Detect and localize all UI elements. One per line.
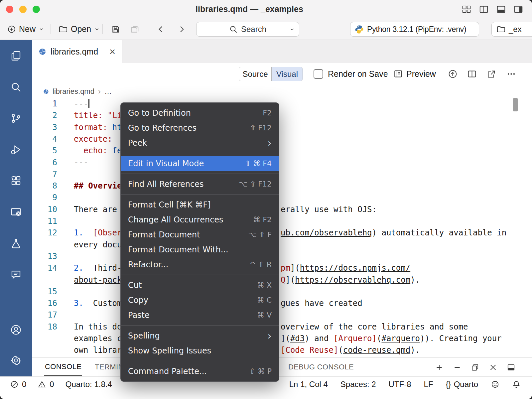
menu-separator xyxy=(121,174,279,174)
menu-item-find-all-references[interactable]: Find All References⌥ ⇧ F12 xyxy=(121,177,279,192)
menu-item-label: Find All References xyxy=(128,180,204,189)
more-actions-icon[interactable] xyxy=(506,69,516,79)
account-icon[interactable] xyxy=(0,324,32,335)
open-button[interactable]: Open xyxy=(59,19,100,40)
panel-right-icon[interactable] xyxy=(513,4,523,14)
settings-icon[interactable] xyxy=(0,355,32,366)
activity-bar xyxy=(0,40,32,376)
menu-item-command-palette[interactable]: Command Palette...⇧ ⌘ P xyxy=(121,364,279,379)
menu-item-label: Show Spelling Issues xyxy=(128,346,211,355)
source-control-icon[interactable] xyxy=(0,113,32,124)
code-line: ub.com/observablehq) automatically avail… xyxy=(281,227,506,239)
menu-item-go-to-references[interactable]: Go to References⇧ F12 xyxy=(121,120,279,135)
sessions-icon[interactable] xyxy=(0,206,32,218)
warnings-icon[interactable] xyxy=(38,380,46,389)
panel-minimize-icon[interactable] xyxy=(453,363,462,372)
visual-mode-button[interactable]: Visual xyxy=(271,67,303,81)
menu-item-edit-in-visual-mode[interactable]: Edit in Visual Mode⇧ ⌘ F4 xyxy=(121,156,279,171)
menu-item-go-to-definition[interactable]: Go to DefinitionF2 xyxy=(121,105,279,120)
split-editor-icon[interactable] xyxy=(467,69,477,79)
cursor-position[interactable]: Ln 1, Col 4 xyxy=(289,380,328,389)
quarto-file-icon xyxy=(43,89,49,94)
editor-toolbar: Source Visual Render on Save Preview xyxy=(32,63,532,85)
split-columns-icon[interactable] xyxy=(479,4,489,14)
panel-tab-console[interactable]: CONSOLE xyxy=(44,358,82,376)
preview-icon[interactable] xyxy=(393,69,403,79)
navigate-forward-button[interactable] xyxy=(177,19,186,40)
indentation[interactable]: Spaces: 2 xyxy=(340,380,376,389)
menu-item-paste[interactable]: Paste⌘ V xyxy=(121,308,279,323)
menu-item-label: Change All Occurrences xyxy=(128,215,223,224)
menu-item-format-cell-k-f[interactable]: Format Cell [⌘K ⌘F] xyxy=(121,197,279,212)
line-number: 1 xyxy=(32,98,57,110)
menu-item-format-document[interactable]: Format Document⌥ ⇧ F xyxy=(121,227,279,242)
minimize-window-button[interactable] xyxy=(19,6,27,13)
menu-separator xyxy=(121,153,279,153)
language-mode[interactable]: {}Quarto xyxy=(446,380,478,389)
source-mode-button[interactable]: Source xyxy=(239,67,271,81)
menu-item-show-spelling-issues[interactable]: Show Spelling Issues xyxy=(121,343,279,358)
code-editor[interactable]: 123456789101112131415161718 ---title: "L… xyxy=(32,98,532,357)
testing-icon[interactable] xyxy=(0,238,32,249)
line-number: 3 xyxy=(32,122,57,133)
menu-item-format-document-with[interactable]: Format Document With... xyxy=(121,242,279,257)
notifications-bell-icon[interactable] xyxy=(512,380,521,389)
menu-separator xyxy=(121,194,279,195)
menu-item-spelling[interactable]: Spelling› xyxy=(121,328,279,343)
eol-sequence[interactable]: LF xyxy=(424,380,433,389)
menu-item-peek[interactable]: Peek› xyxy=(121,135,279,150)
menu-item-label: Copy xyxy=(128,296,148,305)
explorer-icon[interactable] xyxy=(0,50,32,62)
error-count[interactable]: 0 xyxy=(22,380,26,389)
publish-icon[interactable] xyxy=(448,69,458,79)
quarto-version[interactable]: Quarto: 1.8.4 xyxy=(66,380,112,389)
menu-item-label: Edit in Visual Mode xyxy=(128,159,204,168)
activity-bar-top xyxy=(0,50,32,280)
warning-count[interactable]: 0 xyxy=(50,380,54,389)
close-tab-icon[interactable]: × xyxy=(109,47,115,57)
panel-tab-debug-console[interactable]: DEBUG CONSOLE xyxy=(288,358,354,376)
run-debug-icon[interactable] xyxy=(0,144,32,155)
interpreter-label: Python 3.12.1 (PipEnv: .venv) xyxy=(367,25,466,34)
panel-layout-icon[interactable] xyxy=(507,363,515,372)
breadcrumb-more[interactable]: … xyxy=(104,87,112,96)
menu-item-cut[interactable]: Cut⌘ X xyxy=(121,278,279,293)
line-number: 17 xyxy=(32,309,57,321)
breadcrumb-file[interactable]: libraries.qmd xyxy=(53,87,94,96)
panel-close-icon[interactable] xyxy=(489,363,497,372)
layout-grid-icon[interactable] xyxy=(462,4,471,14)
search-icon[interactable] xyxy=(0,81,32,93)
menu-separator xyxy=(121,325,279,326)
chat-icon[interactable] xyxy=(0,269,32,280)
zoom-window-button[interactable] xyxy=(33,6,40,13)
navigate-back-button[interactable] xyxy=(156,19,166,40)
close-window-button[interactable] xyxy=(6,6,13,13)
menu-shortcut: ⇧ F12 xyxy=(250,124,272,132)
panel-restore-icon[interactable] xyxy=(471,363,479,372)
render-on-save-checkbox[interactable] xyxy=(314,69,323,79)
interpreter-selector[interactable]: Python 3.12.1 (PipEnv: .venv) xyxy=(350,22,479,37)
extensions-icon[interactable] xyxy=(0,175,32,187)
line-number: 10 xyxy=(32,204,57,215)
tab-libraries-qmd[interactable]: libraries.qmd × xyxy=(32,40,122,63)
open-external-icon[interactable] xyxy=(486,69,496,79)
menu-item-refactor[interactable]: Refactor...^ ⇧ R xyxy=(121,257,279,272)
save-all-button[interactable] xyxy=(130,19,140,40)
new-button[interactable]: New xyxy=(7,19,44,40)
feedback-smiley-icon[interactable] xyxy=(491,380,499,389)
panel-bottom-icon[interactable] xyxy=(496,4,506,14)
preview-label[interactable]: Preview xyxy=(406,63,436,85)
errors-icon[interactable] xyxy=(10,380,19,389)
chevron-right-icon xyxy=(177,25,186,34)
menu-item-change-all-occurrences[interactable]: Change All Occurrences⌘ F2 xyxy=(121,212,279,227)
chevron-down-icon[interactable] xyxy=(289,27,295,32)
encoding[interactable]: UTF-8 xyxy=(389,380,411,389)
scrollbar-thumb[interactable] xyxy=(513,98,518,111)
panel-plus-icon[interactable] xyxy=(435,363,444,372)
search-input[interactable]: Search xyxy=(196,22,299,37)
save-button[interactable] xyxy=(111,19,120,40)
code-line: 3. Custom xyxy=(74,298,122,309)
code-line: every docu xyxy=(74,239,122,251)
menu-item-copy[interactable]: Copy⌘ C xyxy=(121,293,279,308)
workspace-button[interactable]: _ex xyxy=(491,22,532,37)
